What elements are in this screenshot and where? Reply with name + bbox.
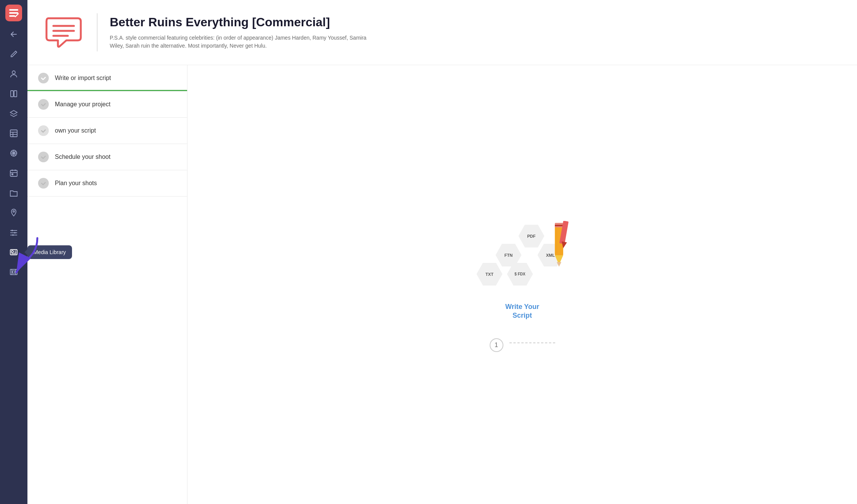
- sliders-icon[interactable]: [5, 224, 22, 241]
- svg-rect-19: [12, 174, 13, 175]
- media-library-tooltip: Media Library: [27, 245, 72, 259]
- project-info: Better Ruins Everything [Commercial] P.S…: [110, 15, 376, 50]
- svg-rect-2: [9, 15, 15, 17]
- write-script-line2: Script: [513, 312, 532, 319]
- location-icon[interactable]: [5, 204, 22, 221]
- svg-rect-1: [9, 12, 18, 14]
- write-script-line1: Write Your: [505, 303, 539, 310]
- svg-rect-28: [11, 251, 13, 253]
- sidebar: Media Library: [0, 0, 27, 504]
- step-label-schedule: Schedule your shoot: [55, 154, 111, 160]
- hex-label-txt: TXT: [485, 272, 493, 277]
- svg-point-26: [12, 234, 14, 236]
- step-schedule-shoot[interactable]: Schedule your shoot: [27, 144, 187, 170]
- svg-rect-0: [9, 9, 18, 11]
- calendar-icon[interactable]: [5, 165, 22, 181]
- hex-pdf: PDF: [519, 225, 545, 248]
- step-plan-shots[interactable]: Plan your shots: [27, 170, 187, 197]
- step-label-write: Write or import script: [55, 75, 111, 82]
- step-own-script[interactable]: own your script: [27, 118, 187, 144]
- step-check-own: [38, 125, 49, 136]
- svg-rect-15: [10, 170, 17, 176]
- folder-icon[interactable]: [5, 184, 22, 201]
- step-check-schedule: [38, 152, 49, 162]
- step-check-manage: [38, 99, 49, 110]
- project-logo: [43, 11, 85, 54]
- table-icon[interactable]: [5, 125, 22, 142]
- progress-dashed-line: [509, 342, 555, 343]
- step-label-plan: Plan your shots: [55, 180, 97, 187]
- project-title: Better Ruins Everything [Commercial]: [110, 15, 376, 29]
- back-arrow-icon[interactable]: [5, 27, 22, 41]
- svg-rect-32: [10, 269, 17, 275]
- project-header: Better Ruins Everything [Commercial] P.S…: [27, 0, 857, 65]
- hex-cluster: PDF FTN XML $ FDX TXT: [473, 217, 572, 293]
- svg-rect-44: [555, 225, 563, 226]
- svg-point-25: [14, 232, 16, 234]
- film-icon[interactable]: [5, 264, 22, 280]
- layers-icon[interactable]: [5, 105, 22, 122]
- svg-marker-42: [557, 262, 561, 267]
- svg-rect-6: [10, 130, 17, 137]
- step-label-own: own your script: [55, 127, 96, 134]
- edit-icon[interactable]: [5, 46, 22, 62]
- hex-label-pdf: PDF: [527, 234, 536, 238]
- book-icon[interactable]: [5, 85, 22, 102]
- step-write-script[interactable]: Write or import script: [27, 65, 187, 91]
- step-label-manage: Manage your project: [55, 101, 111, 108]
- step-manage-project[interactable]: Manage your project: [27, 91, 187, 118]
- app-logo[interactable]: [5, 5, 22, 21]
- svg-rect-35: [13, 271, 15, 273]
- user-icon[interactable]: [5, 66, 22, 82]
- right-panel: PDF FTN XML $ FDX TXT: [187, 65, 857, 504]
- main-content: Better Ruins Everything [Commercial] P.S…: [27, 0, 857, 504]
- hex-label-fdx: $ FDX: [514, 272, 525, 276]
- shutter-icon[interactable]: [5, 145, 22, 162]
- svg-rect-4: [11, 91, 13, 97]
- svg-rect-5: [14, 91, 17, 97]
- svg-point-3: [12, 71, 15, 74]
- write-script-label: Write Your Script: [505, 302, 539, 320]
- header-divider: [97, 13, 98, 51]
- svg-point-20: [13, 211, 14, 212]
- step-indicator: 1: [490, 332, 555, 352]
- steps-list: Write or import script Manage your proje…: [27, 65, 187, 504]
- hex-label-ftn: FTN: [505, 253, 513, 258]
- media-library-icon[interactable]: Media Library: [5, 244, 22, 261]
- pencil-illustration: [545, 221, 576, 272]
- step-check-plan: [38, 178, 49, 189]
- script-visual: PDF FTN XML $ FDX TXT: [473, 217, 572, 352]
- project-description: P.S.A. style commercial featuring celebr…: [110, 34, 376, 50]
- svg-point-24: [11, 230, 13, 231]
- steps-section: Write or import script Manage your proje…: [27, 65, 857, 504]
- step-check-write: [38, 73, 49, 83]
- hex-txt: TXT: [477, 263, 503, 286]
- step-number-badge: 1: [490, 338, 503, 352]
